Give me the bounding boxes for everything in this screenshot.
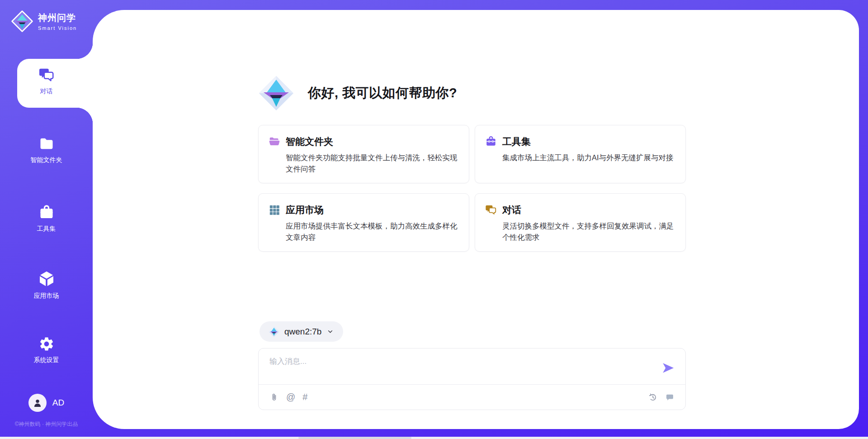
card-title: 应用市场 (286, 204, 324, 216)
avatar (28, 394, 47, 412)
chevron-down-icon (326, 328, 334, 335)
history-icon (648, 392, 658, 402)
sidebar-item-toolset[interactable]: 工具集 (0, 205, 93, 233)
sidebar-footer: ©神州数码 · 神州问学出品 (0, 420, 93, 428)
card-app-market[interactable]: 应用市场 应用市场提供丰富长文本模板，助力高效生成多样化文章内容 (258, 193, 469, 252)
brand-subtitle: Smart Vision (38, 25, 77, 31)
user-account[interactable]: AD (0, 394, 93, 412)
card-description: 灵活切换多模型文件，支持多样回复效果调试，满足个性化需求 (502, 220, 675, 243)
brand-diamond-icon (269, 326, 279, 337)
sidebar-item-settings[interactable]: 系统设置 (0, 336, 93, 364)
sidebar-item-label: 应用市场 (34, 292, 59, 300)
paperclip-icon (269, 392, 279, 402)
sidebar: 神州问学 Smart Vision 对话 智能文件夹 工具集 应用市场 系统设置… (0, 0, 93, 439)
main-content-panel: 你好, 我可以如何帮助你? 智能文件夹 智能文件夹功能支持批量文件上传与清洗，轻… (93, 10, 859, 429)
composer-toolbar: @ # (259, 385, 685, 410)
folder-icon (38, 136, 55, 152)
mention-icon: @ (286, 392, 295, 402)
gear-icon (38, 336, 55, 352)
sidebar-item-label: 工具集 (37, 225, 56, 233)
greeting-text: 你好, 我可以如何帮助你? (308, 84, 457, 102)
chat-bubbles-icon (38, 67, 55, 83)
sidebar-item-label: 智能文件夹 (31, 156, 62, 164)
mention-button[interactable]: @ (286, 392, 295, 402)
folder-open-icon (269, 136, 280, 148)
brand-diamond-icon (11, 10, 33, 33)
sidebar-item-smart-folder[interactable]: 智能文件夹 (0, 136, 93, 164)
sidebar-item-label: 系统设置 (34, 356, 59, 364)
send-icon (661, 361, 675, 375)
message-input[interactable] (269, 354, 618, 369)
hashtag-icon: # (302, 392, 307, 402)
attach-file-button[interactable] (269, 392, 279, 402)
card-title: 对话 (502, 204, 521, 216)
cube-icon (38, 270, 56, 288)
hashtag-button[interactable]: # (302, 392, 307, 402)
comment-icon (665, 392, 675, 402)
chat-bubbles-icon (485, 204, 497, 216)
sidebar-item-chat[interactable]: 对话 (0, 67, 93, 95)
card-chat[interactable]: 对话 灵活切换多模型文件，支持多样回复效果调试，满足个性化需求 (475, 193, 686, 252)
toolbox-icon (485, 136, 497, 148)
brand-logo: 神州问学 Smart Vision (11, 10, 77, 33)
card-description: 集成市场上主流工具，助力AI与外界无缝扩展与对接 (502, 152, 675, 163)
user-avatar-icon (32, 397, 43, 408)
card-title: 工具集 (502, 135, 531, 148)
card-smart-folder[interactable]: 智能文件夹 智能文件夹功能支持批量文件上传与清洗，轻松实现文件问答 (258, 125, 469, 183)
sidebar-item-app-market[interactable]: 应用市场 (0, 270, 93, 300)
scrollbar-thumb[interactable] (298, 437, 411, 439)
grid-icon (269, 204, 280, 216)
horizontal-scrollbar (0, 437, 868, 439)
toolbox-icon (38, 205, 55, 221)
model-name: qwen2:7b (284, 327, 321, 337)
card-description: 应用市场提供丰富长文本模板，助力高效生成多样化文章内容 (286, 220, 458, 243)
history-button[interactable] (648, 392, 658, 402)
comments-button[interactable] (665, 392, 675, 402)
brand-diamond-icon (258, 75, 294, 111)
message-composer: @ # (258, 348, 686, 410)
greeting-block: 你好, 我可以如何帮助你? (258, 75, 457, 111)
feature-cards: 智能文件夹 智能文件夹功能支持批量文件上传与清洗，轻松实现文件问答 工具集 集成… (258, 125, 686, 252)
card-toolset[interactable]: 工具集 集成市场上主流工具，助力AI与外界无缝扩展与对接 (475, 125, 686, 183)
card-description: 智能文件夹功能支持批量文件上传与清洗，轻松实现文件问答 (286, 152, 458, 175)
send-button[interactable] (661, 361, 675, 376)
model-selector[interactable]: qwen2:7b (259, 321, 343, 342)
brand-name: 神州问学 (38, 12, 77, 24)
user-name: AD (52, 398, 64, 408)
sidebar-item-label: 对话 (40, 87, 53, 95)
card-title: 智能文件夹 (286, 135, 333, 148)
